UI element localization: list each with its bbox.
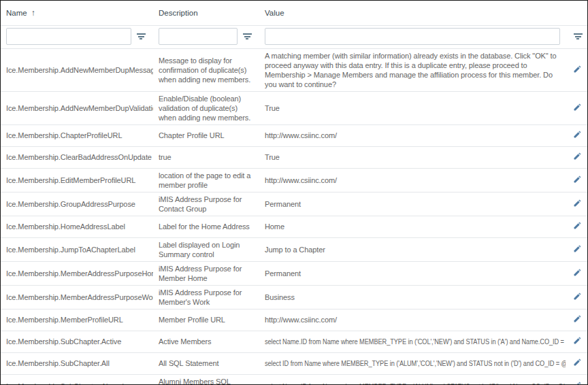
setting-description-cell: location of the page to edit a member pr…	[153, 168, 259, 192]
edit-pencil-icon	[573, 130, 582, 139]
sort-ascending-icon: ↑	[31, 8, 35, 18]
edit-pencil-icon	[573, 381, 582, 385]
table-row: Ice.Membership.HomeAddressLabel Label fo…	[1, 216, 588, 237]
edit-row-button[interactable]	[573, 268, 582, 277]
edit-pencil-icon	[573, 175, 582, 184]
table-header-row: Name↑ Description Value	[1, 1, 588, 25]
table-row: Ice.Membership.JumpToAChapterLabel Label…	[1, 237, 588, 261]
table-row: Ice.Membership.MemberProfileURL Member P…	[1, 309, 588, 331]
setting-name-cell: Ice.Membership.GroupAddressPurpose	[1, 192, 153, 216]
edit-row-button[interactable]	[573, 358, 582, 367]
edit-row-button[interactable]	[573, 130, 582, 139]
edit-pencil-icon	[573, 268, 582, 277]
setting-value-cell: Business	[259, 285, 566, 309]
edit-row-button[interactable]	[573, 199, 582, 207]
setting-name-cell: Ice.Membership.MemberAddressPurposeWork	[1, 285, 153, 309]
setting-value-cell: Home	[259, 216, 566, 237]
table-row: Ice.Membership.AddNewMemberDupMessage Me…	[1, 48, 588, 91]
setting-name-cell: Ice.Membership.SubChapter.Alumni	[1, 374, 153, 385]
column-header-value[interactable]: Value	[259, 1, 566, 25]
edit-row-button[interactable]	[573, 314, 582, 323]
edit-pencil-icon	[573, 221, 582, 230]
setting-name-cell: Ice.Membership.AddNewMemberDupValidation	[1, 91, 153, 124]
setting-value-cell: http://www.csiinc.com/	[259, 309, 566, 331]
description-filter-input[interactable]	[159, 28, 238, 45]
edit-pencil-icon	[573, 292, 582, 301]
config-table: Name↑ Description Value	[1, 1, 588, 385]
edit-pencil-icon	[573, 199, 582, 207]
setting-name-cell: Ice.Membership.ChapterProfileURL	[1, 124, 153, 146]
edit-pencil-icon	[573, 152, 582, 161]
table-row: Ice.Membership.AddNewMemberDupValidation…	[1, 91, 588, 124]
edit-row-button[interactable]	[573, 292, 582, 301]
setting-name-cell: Ice.Membership.SubChapter.Active	[1, 331, 153, 352]
table-row: Ice.Membership.ChapterProfileURL Chapter…	[1, 124, 588, 146]
setting-description-cell: Member Profile URL	[153, 309, 259, 331]
setting-description-cell: Label for the Home Address	[153, 216, 259, 237]
table-row: Ice.Membership.EditMemberProfileURL loca…	[1, 168, 588, 192]
row-actions-cell	[566, 352, 588, 374]
edit-row-button[interactable]	[573, 65, 582, 73]
setting-name-cell: Ice.Membership.MemberProfileURL	[1, 309, 153, 331]
setting-value-cell: True	[259, 91, 566, 124]
setting-description-cell: Label displayed on Login Summary control	[153, 237, 259, 261]
description-filter-menu-button[interactable]	[240, 29, 254, 43]
table-row: Ice.Membership.SubChapter.Alumni Alumni …	[1, 374, 588, 385]
edit-row-button[interactable]	[573, 381, 582, 385]
filter-row	[1, 25, 588, 48]
name-filter-menu-button[interactable]	[134, 29, 148, 43]
row-actions-cell	[566, 237, 588, 261]
setting-description-cell: iMIS Address Purpose for Contact Group	[153, 192, 259, 216]
row-actions-cell	[566, 309, 588, 331]
column-header-description-label: Description	[159, 9, 198, 17]
setting-name-cell: Ice.Membership.ClearBadAddressOnUpdate	[1, 146, 153, 168]
edit-pencil-icon	[573, 336, 582, 345]
value-filter-input[interactable]	[265, 28, 560, 45]
filter-icon	[137, 33, 146, 39]
setting-value-cell: select ID from Name where MEMBER_TYPE in…	[259, 352, 566, 374]
row-actions-cell	[566, 168, 588, 192]
setting-name-cell: Ice.Membership.HomeAddressLabel	[1, 216, 153, 237]
setting-description-cell: All SQL Statement	[153, 352, 259, 374]
system-settings-grid: Name↑ Description Value	[0, 0, 588, 385]
table-row: Ice.Membership.MemberAddressPurposeHome …	[1, 261, 588, 285]
setting-description-cell: Enable/Disable (boolean) validation of d…	[153, 91, 259, 124]
table-row: Ice.Membership.SubChapter.All All SQL St…	[1, 352, 588, 374]
setting-value-cell: http://www.csiinc.com/	[259, 168, 566, 192]
filter-icon	[243, 33, 252, 39]
edit-row-button[interactable]	[573, 244, 582, 253]
setting-value-cell: Permanent	[259, 261, 566, 285]
edit-row-button[interactable]	[573, 103, 582, 112]
setting-value-cell: A matching member (with similar informat…	[259, 48, 566, 91]
row-actions-cell	[566, 192, 588, 216]
edit-pencil-icon	[573, 244, 582, 253]
edit-row-button[interactable]	[573, 221, 582, 230]
setting-value-cell: True	[259, 146, 566, 168]
row-actions-cell	[566, 146, 588, 168]
setting-name-cell: Ice.Membership.SubChapter.All	[1, 352, 153, 374]
setting-name-cell: Ice.Membership.MemberAddressPurposeHome	[1, 261, 153, 285]
setting-description-cell: Chapter Profile URL	[153, 124, 259, 146]
setting-value-cell: Permanent	[259, 192, 566, 216]
row-actions-cell	[566, 285, 588, 309]
setting-description-cell: iMIS Address Purpose for Member's Work	[153, 285, 259, 309]
edit-row-button[interactable]	[573, 175, 582, 184]
column-header-name-label: Name	[6, 9, 27, 17]
edit-pencil-icon	[573, 65, 582, 73]
setting-description-cell: Message to display for confirmation of d…	[153, 48, 259, 91]
setting-name-cell: Ice.Membership.JumpToAChapterLabel	[1, 237, 153, 261]
row-actions-cell	[566, 331, 588, 352]
edit-row-button[interactable]	[573, 336, 582, 345]
value-filter-menu-button[interactable]	[571, 29, 585, 43]
setting-description-cell: Active Members	[153, 331, 259, 352]
column-header-name[interactable]: Name↑	[1, 1, 153, 25]
table-row: Ice.Membership.GroupAddressPurpose iMIS …	[1, 192, 588, 216]
row-actions-cell	[566, 216, 588, 237]
row-actions-cell	[566, 261, 588, 285]
column-header-value-label: Value	[265, 9, 284, 17]
column-header-description[interactable]: Description	[153, 1, 259, 25]
edit-row-button[interactable]	[573, 152, 582, 161]
setting-description-cell: true	[153, 146, 259, 168]
edit-pencil-icon	[573, 358, 582, 367]
name-filter-input[interactable]	[6, 28, 131, 45]
